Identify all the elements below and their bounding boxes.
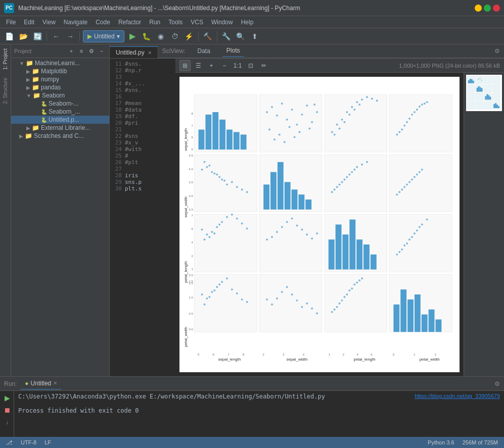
debug-button[interactable]: 🐛 [141, 30, 153, 42]
svg-point-157 [316, 232, 318, 234]
sidebar-collapse-button[interactable]: ≡ [77, 46, 86, 56]
menu-run[interactable]: Run [145, 18, 164, 27]
draw-button[interactable]: ✏ [258, 60, 269, 71]
folder-icon: 📁 [25, 132, 32, 139]
open-button[interactable]: 📂 [17, 30, 29, 42]
svg-point-106 [213, 173, 215, 175]
close-button[interactable] [493, 5, 500, 12]
svg-point-185 [271, 304, 273, 306]
svg-point-47 [276, 115, 278, 117]
project-sidebar: Project + ≡ ⚙ − ▼ 📁 MachineLearni... ▶ 📁 [11, 44, 110, 376]
svg-text:2: 2 [263, 353, 264, 356]
menu-edit[interactable]: Edit [20, 18, 38, 27]
svg-point-107 [218, 176, 220, 178]
concurrency-button[interactable]: ⚡ [183, 30, 195, 42]
minimize-button[interactable] [475, 5, 482, 12]
main-area: 1: Project 2: Structure Project + ≡ ⚙ − … [0, 44, 504, 437]
tree-item-pandas[interactable]: ▶ 📁 pandas [11, 83, 109, 91]
sciview-gear-icon[interactable]: ⚙ [494, 47, 500, 55]
csdn-link[interactable]: https://blog.csdn.net/qq_33905679 [415, 393, 500, 399]
project-tab[interactable]: 1: Project [2, 46, 9, 72]
tree-item-untitled-py[interactable]: 🐍 Untitled.p... [11, 116, 109, 124]
line-code: #sns. [125, 87, 142, 93]
run-button[interactable]: ▶ [126, 30, 139, 42]
coverage-button[interactable]: ◉ [155, 30, 167, 42]
run-stop-button[interactable]: ⏹ [2, 405, 12, 415]
sidebar-settings-button[interactable]: ⚙ [87, 46, 96, 56]
tree-label-matplotlib: Matplotlib [41, 68, 67, 75]
line-number: 13 [110, 74, 125, 80]
svg-text:4.0: 4.0 [189, 168, 193, 171]
sync-button[interactable]: 🔄 [31, 30, 43, 42]
build-button[interactable]: 🔨 [202, 30, 214, 42]
svg-rect-38 [393, 305, 399, 332]
svg-point-116 [366, 161, 368, 163]
menu-navigate[interactable]: Navigate [60, 18, 91, 27]
tab-plots[interactable]: Plots [222, 45, 244, 57]
forward-button[interactable]: → [64, 30, 76, 42]
menu-tools[interactable]: Tools [164, 18, 187, 27]
run-config-dropdown[interactable]: ▶ Untitled ▾ [83, 30, 124, 42]
menu-vcs[interactable]: VCS [187, 18, 207, 27]
structure-tab[interactable]: 2: Structure [2, 76, 9, 106]
image-info: 1,000×1,000 PNG (24-bit color) 86.56 kB [399, 63, 500, 69]
line-code: #sns [125, 133, 139, 139]
grid-view-button[interactable]: ⊞ [179, 60, 191, 71]
tree-item-scratches[interactable]: ▶ 📁 Scratches and C... [11, 132, 109, 140]
search-button[interactable]: 🔍 [235, 30, 247, 42]
chevron-down-icon: ▼ [26, 93, 31, 98]
tree-item-external-libraries[interactable]: ▶ 📁 External Librarie... [11, 124, 109, 132]
svg-point-75 [334, 133, 336, 135]
sidebar-minimize-button[interactable]: − [97, 46, 106, 56]
svg-rect-29 [298, 194, 304, 210]
tree-item-seaborn-file2[interactable]: 🐍 Seaborn_... [11, 108, 109, 116]
menu-file[interactable]: File [2, 18, 20, 27]
svg-rect-250 [492, 84, 500, 92]
run-tab-close-icon[interactable]: ✕ [53, 380, 57, 386]
profile-button[interactable]: ⏱ [169, 30, 181, 42]
back-button[interactable]: ← [50, 30, 62, 42]
zoom-in-button[interactable]: + [206, 60, 217, 71]
menu-view[interactable]: View [38, 18, 60, 27]
x-label-petal-width: petal_width [420, 357, 440, 362]
line-number: 28 [110, 172, 125, 179]
fit-button[interactable]: ⊡ [245, 60, 256, 71]
svg-text:0.5: 0.5 [189, 312, 193, 315]
run-scroll-button[interactable]: ↓ [2, 417, 12, 427]
svg-point-83 [406, 121, 408, 123]
settings-button[interactable]: 🔧 [220, 30, 233, 42]
zoom-out-button[interactable]: − [219, 60, 230, 71]
code-editor[interactable]: 11 #sns. 12 #np.r 13 14 #x_... [110, 59, 175, 376]
tree-item-machinelearning[interactable]: ▼ 📁 MachineLearni... [11, 59, 109, 67]
tab-untitled-py[interactable]: Untitled.py ✕ [110, 46, 158, 58]
svg-point-71 [361, 98, 363, 101]
svg-point-187 [281, 291, 283, 293]
sidebar-add-button[interactable]: + [67, 46, 76, 56]
menu-code[interactable]: Code [91, 18, 114, 27]
table-view-button[interactable]: ☰ [193, 60, 204, 71]
run-play-button[interactable]: ▶ [2, 393, 12, 403]
tab-close-icon[interactable]: ✕ [148, 50, 152, 56]
svg-point-169 [419, 226, 421, 228]
run-gear-icon[interactable]: ⚙ [494, 380, 500, 387]
new-file-button[interactable]: 📄 [3, 30, 15, 42]
menu-refactor[interactable]: Refactor [114, 18, 145, 27]
tree-item-seaborn[interactable]: ▼ 📁 Seaborn [11, 91, 109, 99]
tree-item-seaborn-file1[interactable]: 🐍 Seaborn-... [11, 99, 109, 108]
line-code: sns.p [125, 179, 142, 185]
tree-item-numpy[interactable]: ▶ 📁 numpy [11, 75, 109, 83]
tab-data[interactable]: Data [194, 45, 214, 57]
actual-size-button[interactable]: 1:1 [232, 60, 243, 71]
svg-point-165 [398, 251, 400, 253]
menu-help[interactable]: Help [237, 18, 258, 27]
line-code: # [125, 153, 128, 159]
maximize-button[interactable] [484, 5, 491, 12]
svg-point-62 [273, 138, 276, 140]
tree-item-matplotlib[interactable]: ▶ 📁 Matplotlib [11, 67, 109, 75]
svg-point-147 [266, 238, 268, 240]
run-tab-untitled[interactable]: ● Untitled ✕ [21, 378, 61, 390]
svg-rect-2 [259, 94, 322, 152]
menu-window[interactable]: Window [207, 18, 237, 27]
svg-rect-17 [199, 130, 205, 150]
vcs-push-button[interactable]: ⬆ [249, 30, 261, 42]
